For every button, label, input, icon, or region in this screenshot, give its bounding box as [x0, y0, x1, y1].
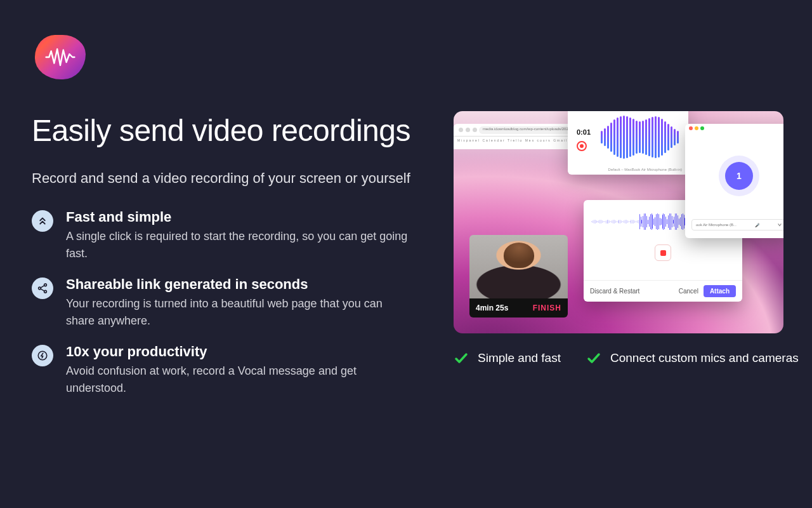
- lightning-icon: [32, 345, 53, 366]
- feature-productivity: 10x your productivity Avoid confusion at…: [32, 344, 419, 397]
- check-icon: [586, 351, 601, 366]
- preview-camera-thumbnail: [469, 235, 568, 298]
- waveform-icon: [597, 116, 682, 158]
- preview-wave-card: 0:01 Default – MacBook Air Microphone (B…: [568, 111, 688, 175]
- feature-desc: Avoid confusion at work, record a Vocal …: [66, 363, 409, 397]
- feature-title: 10x your productivity: [66, 344, 409, 360]
- feature-title: Shareable link generated in seconds: [66, 276, 409, 293]
- benefit-label: Simple and fast: [478, 351, 561, 365]
- feature-shareable-link: Shareable link generated in seconds Your…: [32, 276, 419, 330]
- preview-discard-label: Discard & Restart: [590, 288, 639, 295]
- preview-mic-selector-label: ook Air Microphone (B...: [696, 223, 737, 227]
- preview-mic-count: 1: [725, 162, 753, 190]
- svg-line-4: [41, 289, 44, 291]
- preview-wave-timer: 0:01: [577, 128, 591, 136]
- page-subtitle: Record and send a video recording of you…: [32, 168, 419, 189]
- share-icon: [32, 277, 53, 299]
- preview-mic-card: 1 ook Air Microphone (B... 🎤: [685, 124, 783, 238]
- benefit-custom-devices: Connect custom mics and cameras: [586, 351, 799, 366]
- soundwave-icon: [45, 46, 75, 69]
- feature-fast-simple: Fast and simple A single click is requir…: [32, 209, 419, 262]
- preview-camera-card: 4min 25s FINISH: [469, 235, 568, 318]
- feature-desc: A single click is required to start the …: [66, 228, 409, 262]
- page-title: Easily send video recordings: [32, 114, 419, 148]
- preview-mic-selector: ook Air Microphone (B... 🎤: [691, 219, 783, 231]
- feature-title: Fast and simple: [66, 209, 409, 225]
- chevron-down-icon: [777, 222, 782, 227]
- benefit-label: Connect custom mics and cameras: [610, 351, 799, 365]
- stop-icon: [655, 244, 671, 261]
- preview-camera-duration: 4min 25s: [476, 304, 508, 312]
- preview-attach-label: Attach: [704, 285, 736, 297]
- preview-wave-caption: Default – MacBook Air Microphone (Built-…: [608, 168, 682, 171]
- chevrons-up-icon: [32, 210, 53, 232]
- preview-composite: media.idownloadblog.com/wp-content/uploa…: [454, 111, 783, 333]
- app-logo: [35, 35, 86, 79]
- record-button-icon: [577, 141, 587, 151]
- svg-line-3: [41, 285, 44, 287]
- feature-desc: Your recording is turned into a beautifu…: [66, 295, 409, 330]
- mic-icon: 🎤: [755, 223, 759, 227]
- preview-cancel-label: Cancel: [679, 288, 698, 295]
- benefit-simple-fast: Simple and fast: [454, 351, 561, 366]
- check-icon: [454, 351, 469, 366]
- preview-camera-finish: FINISH: [533, 304, 561, 312]
